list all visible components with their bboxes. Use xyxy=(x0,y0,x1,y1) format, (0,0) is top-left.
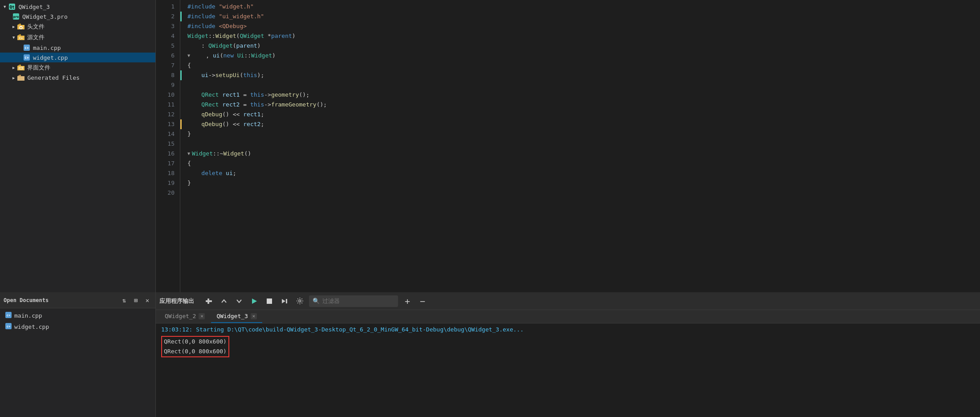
svg-text:Qt: Qt xyxy=(10,5,15,9)
pro-file-icon: pro xyxy=(12,13,20,20)
close-docs-button[interactable]: ✕ xyxy=(143,296,152,305)
code-line-8: ui->setupUi(this); xyxy=(187,70,980,80)
arrow-right-icon xyxy=(12,25,15,29)
output-tabs: QWidget_2 ✕ QWidget_3 ✕ xyxy=(156,310,980,323)
svg-point-23 xyxy=(299,300,301,302)
cpp-file-icon: c+ xyxy=(23,44,30,51)
skip-button[interactable] xyxy=(279,295,290,307)
green-bar-8 xyxy=(180,70,182,80)
code-line-6: ▼ , ui(new Ui::Widget) xyxy=(187,51,980,61)
svg-text:c+: c+ xyxy=(24,56,29,60)
doc-item-main-cpp[interactable]: c+ main.cpp xyxy=(0,310,155,321)
tab-close-qwidget2[interactable]: ✕ xyxy=(199,313,205,319)
svg-marker-21 xyxy=(282,299,285,303)
sidebar-item-label: 源文件 xyxy=(27,33,45,41)
tab-qwidget2[interactable]: QWidget_2 ✕ xyxy=(159,310,210,323)
output-log-line: 13:03:12: Starting D:\QT\code\build-QWid… xyxy=(161,325,975,334)
code-content[interactable]: #include "widget.h" #include "ui_widget.… xyxy=(180,0,980,292)
sidebar-item-pro[interactable]: pro QWidget_3.pro xyxy=(0,12,155,21)
scroll-down-button[interactable] xyxy=(233,295,245,307)
sidebar-item-label: 头文件 xyxy=(27,23,45,31)
sidebar-item-qwidget3-root[interactable]: Qt QWidget_3 xyxy=(0,2,155,12)
open-docs-list: c+ main.cpp c+ widget.cpp xyxy=(0,308,155,417)
svg-text:c+: c+ xyxy=(7,314,10,317)
sidebar-item-header-folder[interactable]: 头文件 xyxy=(0,21,155,32)
doc-label: main.cpp xyxy=(14,312,42,319)
filter-search-box[interactable]: 🔍 xyxy=(309,295,398,307)
sidebar-item-label: QWidget_3.pro xyxy=(22,13,68,20)
code-line-12: qDebug() << rect1; xyxy=(187,110,980,119)
green-bar-2 xyxy=(180,12,182,21)
svg-rect-20 xyxy=(267,298,272,304)
open-docs-header: Open Documents ⇅ ⊞ ✕ xyxy=(0,292,155,308)
line-numbers: 1 2 3 4 5 6 7 8 9 10 11 12 13 14 15 16 1… xyxy=(156,0,180,292)
header-icons: ⇅ ⊞ ✕ xyxy=(120,296,152,305)
svg-rect-18 xyxy=(207,302,209,304)
remove-output-button[interactable]: − xyxy=(417,295,428,307)
output-toolbar: 应用程序输出 xyxy=(156,292,980,310)
output-content: 13:03:12: Starting D:\QT\code\build-QWid… xyxy=(156,323,980,417)
open-docs-title: Open Documents xyxy=(4,297,49,303)
add-output-button[interactable]: + xyxy=(402,295,413,307)
svg-text:c+: c+ xyxy=(7,325,10,328)
run-button[interactable] xyxy=(248,295,260,307)
sidebar-item-label: Generated Files xyxy=(27,74,79,81)
sort-docs-button[interactable]: ⇅ xyxy=(120,296,129,305)
code-line-15 xyxy=(187,139,980,149)
src-folder-icon: C+ xyxy=(17,34,24,41)
code-editor: 1 2 3 4 5 6 7 8 9 10 11 12 13 14 15 16 1… xyxy=(156,0,980,292)
settings-button[interactable] xyxy=(294,295,305,307)
svg-marker-19 xyxy=(252,298,257,304)
code-line-9 xyxy=(187,80,980,90)
code-line-14: } xyxy=(187,129,980,139)
code-line-17: { xyxy=(187,159,980,168)
scroll-up-button[interactable] xyxy=(218,295,230,307)
sidebar-item-generated-folder[interactable]: Generated Files xyxy=(0,73,155,82)
bottom-panel: Open Documents ⇅ ⊞ ✕ c+ main.cpp c+ widg… xyxy=(0,292,980,417)
sidebar-item-widget-cpp[interactable]: c+ widget.cpp xyxy=(0,53,155,62)
stop-button[interactable] xyxy=(264,295,275,307)
filter-input[interactable] xyxy=(322,298,389,304)
generated-folder-icon xyxy=(17,75,24,81)
cpp-icon-small: c+ xyxy=(5,323,12,331)
svg-rect-16 xyxy=(206,300,212,302)
tab-qwidget3[interactable]: QWidget_3 ✕ xyxy=(211,310,262,323)
sidebar-item-label: 界面文件 xyxy=(27,64,50,72)
split-button[interactable]: ⊞ xyxy=(131,296,140,305)
code-line-10: QRect rect1 = this->geometry(); xyxy=(187,90,980,100)
code-line-4: Widget::Widget(QWidget *parent) xyxy=(187,31,980,41)
code-line-16: ▼Widget::~Widget() xyxy=(187,149,980,159)
yellow-bar-13 xyxy=(180,119,182,129)
pipe-button[interactable] xyxy=(203,295,215,307)
code-line-13: qDebug() << rect2; xyxy=(187,119,980,129)
tab-close-qwidget3[interactable]: ✕ xyxy=(251,313,257,319)
search-icon: 🔍 xyxy=(313,298,320,304)
sidebar-item-label: widget.cpp xyxy=(33,54,68,61)
arrow-right-icon xyxy=(12,65,15,70)
sidebar-item-ui-folder[interactable]: 界面文件 xyxy=(0,62,155,73)
doc-item-widget-cpp[interactable]: c+ widget.cpp xyxy=(0,321,155,332)
output-rect-box: QRect(0,0 800x600) QRect(0,0 800x600) xyxy=(161,336,229,357)
output-rect-line-2: QRect(0,0 800x600) xyxy=(162,347,228,356)
cpp-icon-small: c+ xyxy=(5,312,12,319)
code-line-1: #include "widget.h" xyxy=(187,2,980,12)
code-line-7: { xyxy=(187,61,980,70)
output-rect-line-1: QRect(0,0 800x600) xyxy=(162,337,228,347)
arrow-down-icon xyxy=(4,4,6,9)
code-line-18: delete ui; xyxy=(187,168,980,178)
svg-text:pro: pro xyxy=(13,15,19,19)
qwidget3-root-icon: Qt xyxy=(8,3,16,10)
svg-text:C+: C+ xyxy=(19,37,23,40)
sidebar: Qt QWidget_3 pro QWidget_3.pro 头文件 xyxy=(0,0,156,292)
svg-rect-22 xyxy=(286,299,287,303)
output-title: 应用程序输出 xyxy=(159,297,194,305)
sidebar-item-src-folder[interactable]: C+ 源文件 xyxy=(0,32,155,43)
tab-label: QWidget_3 xyxy=(216,313,248,319)
ui-folder-icon xyxy=(17,65,24,71)
sidebar-item-main-cpp[interactable]: c+ main.cpp xyxy=(0,43,155,53)
code-line-3: #include <QDebug> xyxy=(187,21,980,31)
svg-rect-17 xyxy=(207,298,209,300)
output-panel: 应用程序输出 xyxy=(156,292,980,417)
open-docs-panel: Open Documents ⇅ ⊞ ✕ c+ main.cpp c+ widg… xyxy=(0,292,156,417)
arrow-down-icon xyxy=(12,35,15,40)
